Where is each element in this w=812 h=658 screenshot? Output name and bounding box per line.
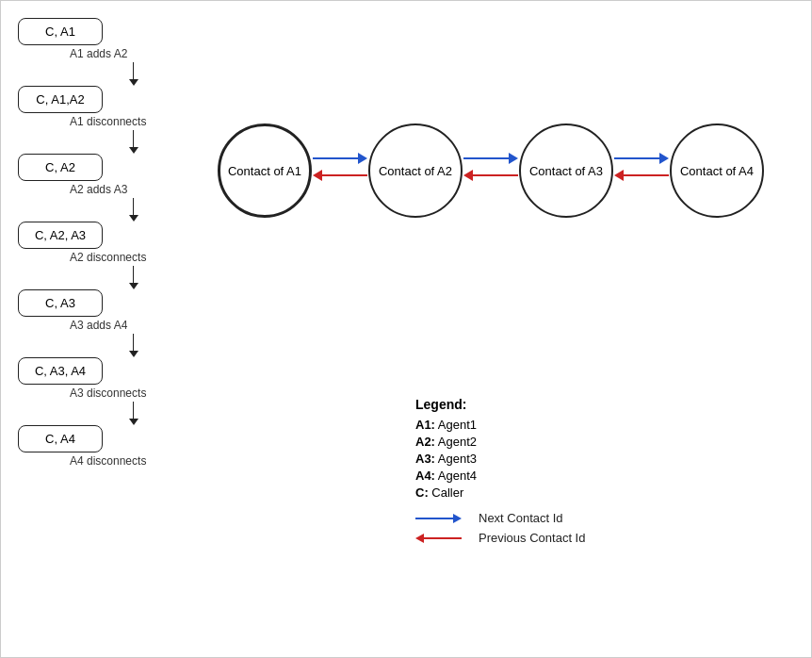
red-arrow-3	[614, 170, 669, 181]
circle-node-3: Contact of A3	[519, 123, 613, 218]
arrow-down-4	[60, 266, 206, 289]
flowchart: C, A1 A1 adds A2 C, A1,A2 A1 disconnects…	[18, 18, 206, 469]
flow-node-4: C, A2, A3	[18, 222, 103, 249]
legend-arrow-blue-row: Next Contact Id	[415, 511, 585, 525]
legend-red-arrow	[415, 534, 462, 543]
flow-node-7: C, A4	[18, 425, 103, 452]
legend-item-a3: A3: Agent3	[415, 452, 585, 466]
transition-label-2: A1 disconnects	[70, 115, 206, 128]
flow-node-2: C, A1,A2	[18, 86, 103, 113]
flow-step-5: C, A3	[18, 289, 206, 317]
arrows-2-3	[463, 153, 519, 181]
red-arrow-1	[313, 170, 367, 181]
legend-item-a4: A4: Agent4	[415, 469, 585, 483]
transition-label-5: A3 adds A4	[70, 319, 206, 332]
transition-label-1: A1 adds A2	[70, 47, 206, 60]
legend-red-label: Previous Contact Id	[479, 531, 585, 545]
legend-item-a2: A2: Agent2	[415, 435, 585, 449]
legend-blue-label: Next Contact Id	[479, 511, 563, 525]
legend: Legend: A1: Agent1 A2: Agent2 A3: Agent3…	[415, 397, 585, 551]
legend-items: A1: Agent1 A2: Agent2 A3: Agent3 A4: Age…	[415, 418, 585, 500]
flow-node-1: C, A1	[18, 18, 103, 45]
arrow-down-5	[60, 334, 206, 357]
flow-step-7: C, A4	[18, 425, 206, 452]
blue-arrow-2	[463, 153, 518, 164]
flow-step-2: C, A1,A2	[18, 86, 206, 113]
arrow-down-2	[60, 130, 206, 154]
legend-arrow-red-row: Previous Contact Id	[415, 531, 585, 545]
transition-label-7: A4 disconnects	[70, 454, 206, 468]
flow-step-3: C, A2	[18, 154, 206, 181]
transition-label-4: A2 disconnects	[70, 251, 206, 264]
flow-node-5: C, A3	[18, 289, 103, 317]
circles-row: Contact of A1 Contact of A2	[218, 123, 783, 218]
diagram-area: Contact of A1 Contact of A2	[218, 123, 783, 218]
red-arrow-2	[463, 170, 518, 181]
flow-node-6: C, A3, A4	[18, 357, 103, 385]
arrow-down-3	[60, 198, 206, 222]
flow-step-1: C, A1	[18, 18, 206, 45]
flow-node-3: C, A2	[18, 154, 103, 181]
arrows-3-4	[613, 153, 670, 181]
circle-node-2: Contact of A2	[368, 123, 463, 218]
legend-blue-arrow	[415, 514, 462, 523]
circle-node-4: Contact of A4	[670, 123, 764, 218]
circle-node-1: Contact of A1	[218, 123, 312, 218]
transition-label-6: A3 disconnects	[70, 387, 206, 400]
flow-step-4: C, A2, A3	[18, 222, 206, 249]
flow-step-6: C, A3, A4	[18, 357, 206, 385]
blue-arrow-3	[614, 153, 669, 164]
legend-item-a1: A1: Agent1	[415, 418, 585, 432]
legend-item-c: C: Caller	[415, 485, 585, 500]
arrow-down-1	[60, 62, 206, 86]
arrows-1-2	[312, 153, 368, 181]
blue-arrow-1	[313, 153, 367, 164]
arrow-down-6	[60, 402, 206, 425]
transition-label-3: A2 adds A3	[70, 183, 206, 196]
legend-title: Legend:	[415, 397, 585, 412]
